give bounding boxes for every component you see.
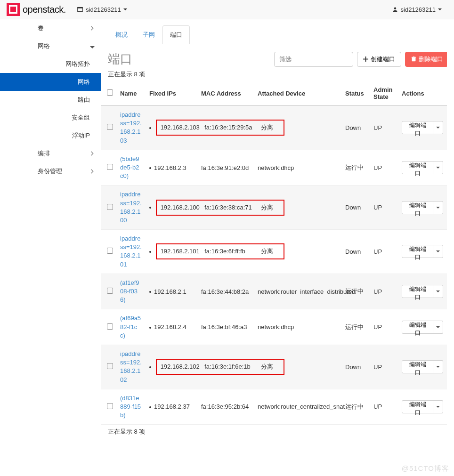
edit-port-button[interactable]: 编辑端口 [402,285,433,298]
table-row: (af1ef908-f036) 192.168.2.1 fa:16:3e:44:… [101,274,447,309]
mac-address: fa:16:3e:44:b8:2a [197,274,254,309]
edit-port-button[interactable]: 编辑端口 [402,201,433,214]
sidebar-group-label: 身份管理 [38,167,62,176]
admin-state: UP [370,150,398,186]
row-checkbox[interactable] [107,288,113,294]
sidebar-item[interactable]: 浮动IP [0,127,101,145]
filter-input[interactable] [275,56,363,63]
edit-port-button[interactable]: 编辑端口 [402,161,433,174]
sidebar-group[interactable]: 卷 [0,19,101,37]
user-name: sid21263211 [401,6,436,13]
select-all-checkbox[interactable] [107,89,113,96]
sidebar-item[interactable]: 网络拓扑 [0,55,101,73]
attached-device: 分离 [261,203,280,212]
edit-port-button[interactable]: 编辑端口 [402,245,433,258]
bullet-icon [149,291,151,293]
row-actions: 编辑端口 [402,245,443,258]
brand-text: openstack [23,4,64,15]
port-name-link[interactable]: (af1ef908-f036) [120,279,142,305]
sidebar-group-label: 网络 [38,42,50,50]
plus-icon [363,56,368,62]
tabs: 概况子网端口 [101,25,447,44]
sidebar-item[interactable]: 路由 [0,91,101,109]
fixed-ip: 192.168.2.101 [161,248,203,255]
row-checkbox[interactable] [107,248,113,254]
row-actions: 编辑端口 [402,201,443,214]
port-name-link[interactable]: ipaddress=192.168.2.102 [120,350,142,384]
bullet-icon [149,366,151,368]
highlighted-cells: 192.168.2.102 fa:16:3e:1f:6e:1b 分离 [146,345,341,389]
status: 运行中 [341,389,370,425]
tab[interactable]: 子网 [135,25,162,44]
tab[interactable]: 端口 [162,25,190,44]
col-fixed-ips: Fixed IPs [146,81,197,105]
fixed-ip: 192.168.2.4 [154,323,186,331]
row-actions: 编辑端口 [402,321,443,334]
edit-port-button[interactable]: 编辑端口 [402,400,433,413]
action-dropdown-button[interactable] [433,161,443,174]
sidebar-item[interactable]: 网络 [0,73,101,91]
row-checkbox[interactable] [107,164,113,170]
port-name-link[interactable]: ipaddress=192.168.2.103 [120,111,142,145]
edit-port-button[interactable]: 编辑端口 [402,360,433,373]
caret-down-icon [436,326,440,328]
port-name-link[interactable]: ipaddress=192.168.2.100 [120,190,142,225]
port-name-link[interactable]: (5bde9de5-b2c0) [120,155,142,181]
col-actions: Actions [398,81,447,105]
caret-down-icon [438,8,442,10]
port-name-link[interactable]: ipaddress=192.168.2.101 [120,234,142,269]
action-dropdown-button[interactable] [433,121,443,134]
action-dropdown-button[interactable] [433,321,443,334]
bullet-icon [149,167,151,169]
row-actions: 编辑端口 [402,400,443,413]
action-dropdown-button[interactable] [433,285,443,298]
caret-down-icon [436,406,440,408]
status: Down [341,105,370,150]
row-actions: 编辑端口 [402,121,443,134]
table-row: (d831e889-f15b) 192.168.2.37 fa:16:3e:95… [101,389,447,425]
row-checkbox[interactable] [107,323,113,330]
fixed-ip-cell: 192.168.2.1 [146,274,197,309]
sidebar-group[interactable]: 编排 [0,145,101,162]
mac-address: fa:16:3e:95:2b:64 [197,389,254,425]
filter-box [274,52,353,67]
port-name-link[interactable]: (d831e889-f15b) [120,394,142,420]
row-checkbox[interactable] [107,403,113,409]
mac-address: fa:16:3e:6f:ff:fb [204,248,259,255]
table-row: ipaddress=192.168.2.101 192.168.2.101 fa… [101,230,447,274]
top-bar: openstack. sid21263211 sid21263211 [0,0,454,19]
port-name-link[interactable]: (af69a582-f1cc) [120,314,142,340]
action-dropdown-button[interactable] [433,360,443,373]
project-switcher[interactable]: sid21263211 [72,6,132,13]
row-checkbox[interactable] [107,124,113,130]
openstack-logo-icon [7,3,20,16]
sidebar-group[interactable]: 网络 [0,37,101,55]
attached-device: 分离 [261,123,280,132]
status: 运行中 [341,150,370,186]
col-device: Attached Device [254,81,341,105]
action-dropdown-button[interactable] [433,245,443,258]
edit-port-button[interactable]: 编辑端口 [402,321,433,334]
fixed-ip-cell: 192.168.2.37 [146,389,197,425]
row-checkbox[interactable] [107,204,113,210]
tab[interactable]: 概况 [108,25,135,44]
status: Down [341,345,370,389]
highlighted-cells: 192.168.2.103 fa:16:3e:15:29:5a 分离 [146,105,341,150]
caret-down-icon [436,207,440,209]
table-row: (af69a582-f1cc) 192.168.2.4 fa:16:3e:bf:… [101,309,447,345]
delete-port-button[interactable]: 删除端口 [405,52,447,67]
row-checkbox[interactable] [107,363,113,369]
action-dropdown-button[interactable] [433,201,443,214]
sidebar-item[interactable]: 安全组 [0,109,101,127]
edit-port-button[interactable]: 编辑端口 [402,121,433,134]
svg-point-2 [394,8,396,10]
action-dropdown-button[interactable] [433,400,443,413]
create-port-button[interactable]: 创建端口 [357,52,401,67]
chevron-right-icon [90,26,95,31]
highlighted-cells: 192.168.2.101 fa:16:3e:6f:ff:fb 分离 [146,230,341,274]
user-switcher[interactable]: sid21263211 [387,6,447,13]
row-actions: 编辑端口 [402,161,443,174]
attached-device: network:dhcp [254,309,341,345]
sidebar-group[interactable]: 身份管理 [0,162,101,180]
content: 概况子网端口 端口 创建端口 删除端口 正在显示 8 项 [101,19,454,439]
